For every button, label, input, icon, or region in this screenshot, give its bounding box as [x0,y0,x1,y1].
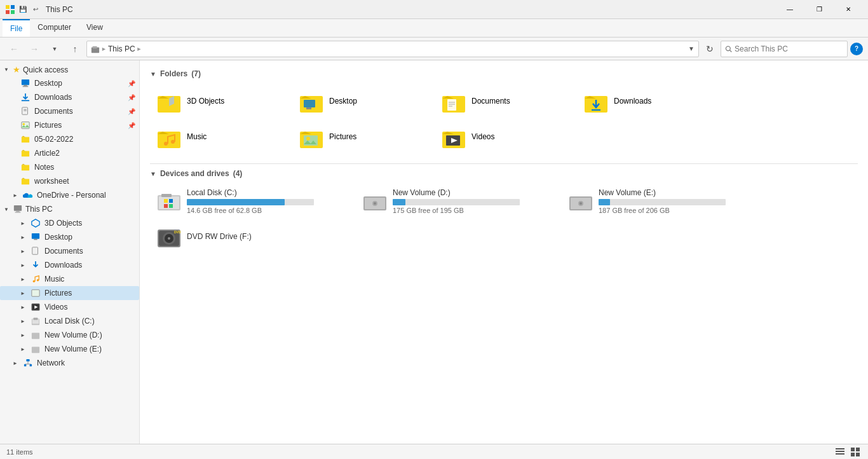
localc-expand: ► [20,319,27,324]
sidebar-item-localc[interactable]: ► Local Disk (C:) [0,314,139,328]
drive-item-e[interactable]: New Volume (E:) 187 GB free of 206 GB [562,184,765,218]
title-bar-title: This PC [46,5,73,14]
folders-grid: 3D Objects Desktop [150,85,858,153]
sidebar-item-documents[interactable]: Documents 📌 [0,104,139,118]
folders-section-header[interactable]: ▼ Folders (7) [150,69,858,78]
documents-expand: ► [20,249,27,254]
minimize-button[interactable]: — [775,0,804,19]
drive-info-d: New Volume (D:) 175 GB free of 195 GB [393,188,553,214]
tab-view[interactable]: View [79,19,111,37]
large-icons-view-button[interactable] [849,446,862,458]
folder-article-icon [20,148,31,158]
refresh-button[interactable]: ↻ [702,41,718,57]
tab-file[interactable]: File [3,19,30,37]
this-pc-icon [13,204,23,214]
sidebar-label-3dobjects: 3D Objects [44,219,82,228]
svg-point-71 [374,202,376,205]
sidebar-item-date-folder[interactable]: 05-02-2022 [0,132,139,146]
quick-access-header[interactable]: ▼ ★ Quick access [0,63,139,76]
sidebar-label-pictures: Pictures [34,121,62,130]
sidebar-item-article2[interactable]: Article2 [0,146,139,160]
svg-rect-83 [836,451,844,452]
sidebar-item-downloads[interactable]: Downloads 📌 [0,90,139,104]
address-bar[interactable]: ► This PC ► ▼ [86,41,699,57]
sidebar-item-documents-pc[interactable]: ► Documents [0,244,139,258]
sidebar-item-onedrive[interactable]: ► OneDrive - Personal [0,188,139,202]
folder-item-desktop[interactable]: Desktop [292,85,432,118]
sidebar-label-date: 05-02-2022 [34,135,73,144]
sidebar-item-desktop-pc[interactable]: ► Desktop [0,230,139,244]
folder-item-downloads[interactable]: Downloads [577,85,717,118]
drive-info-e: New Volume (E:) 187 GB free of 206 GB [599,188,759,214]
folder-item-pictures[interactable]: Pictures [292,120,432,153]
svg-rect-84 [836,453,844,455]
recent-locations-button[interactable]: ▼ [46,40,64,58]
svg-point-6 [726,46,730,50]
undo-icon[interactable]: ↩ [31,4,41,15]
svg-rect-86 [856,448,860,451]
sidebar-item-vold[interactable]: ► New Volume (D:) [0,328,139,342]
network-label: Network [37,359,65,367]
maximize-button[interactable]: ❐ [804,0,834,19]
folder-item-documents[interactable]: Documents [435,85,574,118]
svg-rect-87 [851,453,855,456]
sidebar-item-videos-pc[interactable]: ► Videos [0,300,139,314]
svg-rect-31 [34,318,38,320]
vold-expand: ► [20,332,27,338]
svg-rect-34 [26,359,29,362]
details-view-button[interactable] [834,446,846,458]
tab-computer[interactable]: Computer [30,19,79,37]
folder-item-3dobjects[interactable]: 3D Objects [150,85,290,118]
drive-name-d: New Volume (D:) [393,188,553,197]
search-bar[interactable] [721,41,848,57]
close-button[interactable]: ✕ [834,0,863,19]
videos-pc-icon [31,302,41,312]
sidebar-item-vole[interactable]: ► New Volume (E:) [0,342,139,356]
folder-item-videos[interactable]: Videos [435,120,574,153]
sidebar-label-videos-pc: Videos [44,303,67,312]
pictures-icon [20,120,31,130]
help-button[interactable]: ? [850,43,863,55]
folder-item-music[interactable]: Music [150,120,290,153]
svg-rect-1 [11,5,15,9]
svg-rect-19 [15,212,21,212]
svg-rect-67 [169,204,173,208]
this-pc-header[interactable]: ▼ This PC [0,202,139,216]
sidebar: ▼ ★ Quick access Desktop 📌 Downloads 📌 [0,60,140,444]
save-icon[interactable]: 💾 [18,4,28,15]
drive-name-f: DVD RW Drive (F:) [187,232,347,241]
forward-button[interactable]: → [25,40,43,58]
drive-icon-d [362,189,388,214]
breadcrumb-this-pc[interactable]: This PC [108,45,135,53]
svg-marker-20 [32,219,39,227]
svg-line-7 [730,50,732,52]
content-area: ▼ Folders (7) 3D Objects [140,60,868,444]
sidebar-item-music-pc[interactable]: ► Music [0,272,139,286]
drive-item-f[interactable]: DVD DVD RW Drive (F:) [150,221,353,254]
up-button[interactable]: ↑ [66,40,84,58]
devices-section-header[interactable]: ▼ Devices and drives (4) [150,169,858,178]
drive-bar-bg-c [187,199,314,205]
sidebar-item-downloads-pc[interactable]: ► Downloads [0,258,139,272]
address-path: ► This PC ► [91,45,683,53]
svg-rect-17 [14,205,22,211]
vole-icon [31,344,41,354]
drive-item-c[interactable]: Local Disk (C:) 14.6 GB free of 62.8 GB [150,184,353,218]
sidebar-item-pictures-pc[interactable]: ► Pictures [0,286,139,300]
sidebar-item-worksheet[interactable]: worksheet [0,174,139,188]
address-dropdown-button[interactable]: ▼ [688,45,695,52]
svg-rect-33 [32,347,39,353]
sidebar-item-pictures[interactable]: Pictures 📌 [0,118,139,132]
network-expand-icon: ► [13,360,19,366]
folder-icon-pictures [299,124,324,149]
folder-label-desktop: Desktop [329,97,357,106]
sidebar-item-notes[interactable]: Notes [0,160,139,174]
folder-label-videos: Videos [471,132,494,141]
back-button[interactable]: ← [5,40,23,58]
search-input[interactable] [735,45,843,53]
sidebar-item-network[interactable]: ► Network [0,356,139,370]
sidebar-label-documents-pc: Documents [44,247,83,256]
drive-item-d[interactable]: New Volume (D:) 175 GB free of 195 GB [356,184,559,218]
sidebar-item-3dobjects[interactable]: ► 3D Objects [0,216,139,230]
sidebar-item-desktop[interactable]: Desktop 📌 [0,76,139,90]
